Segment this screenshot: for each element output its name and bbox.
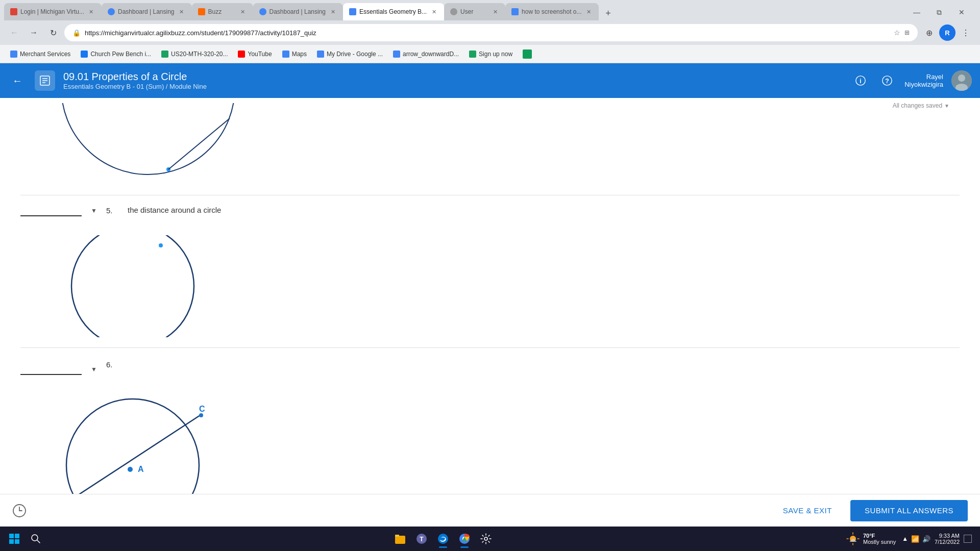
q5-answer-blank[interactable] [20, 204, 82, 216]
svg-line-13 [168, 118, 230, 169]
weather-temp: 70°F [863, 533, 896, 539]
back-nav-button[interactable]: ← [6, 24, 22, 41]
browser-chrome: Login | Michigan Virtu... ✕ Dashboard | … [0, 0, 980, 63]
bookmark-star-icon[interactable]: ☆ [894, 29, 900, 37]
bookmark-drive[interactable]: My Drive - Google ... [313, 47, 387, 61]
svg-rect-27 [15, 534, 19, 538]
reload-button[interactable]: ↻ [45, 24, 61, 41]
tab-label-3: Buzz [208, 8, 236, 15]
close-button[interactable]: ✕ [951, 4, 972, 20]
start-button[interactable] [4, 529, 24, 549]
windows-taskbar: T [0, 527, 980, 551]
taskbar-search-button[interactable] [27, 530, 45, 548]
taskbar-right: ▲ 📶 🔊 9:33 AM 7/12/2022 [902, 533, 976, 545]
weather-widget: 70°F Mostly sunny [842, 532, 900, 546]
svg-point-36 [438, 534, 448, 544]
reading-mode-icon[interactable]: ⊞ [904, 29, 910, 36]
bookmark-signup[interactable]: Sign up now [465, 47, 517, 61]
bookmark-label-arrow: arrow_downwardD... [403, 51, 459, 58]
changes-saved-text: All changes saved [893, 102, 942, 109]
tab-close-7[interactable]: ✕ [584, 8, 593, 16]
bookmark-church[interactable]: Church Pew Bench i... [77, 47, 155, 61]
tab-close-6[interactable]: ✕ [491, 8, 499, 16]
tab-favicon-4 [259, 8, 266, 15]
taskbar-settings[interactable] [476, 529, 496, 549]
tab-label-7: how to screenshot o... [522, 8, 581, 15]
tab-dashboard2[interactable]: Dashboard | Lansing ✕ [253, 3, 344, 20]
tab-close-5[interactable]: ✕ [430, 8, 438, 16]
bookmark-maps[interactable]: Maps [278, 47, 311, 61]
help-button[interactable]: ? [878, 71, 896, 90]
restore-button[interactable]: ⧉ [929, 4, 949, 20]
svg-rect-28 [9, 539, 14, 544]
bookmark-green[interactable] [519, 47, 536, 61]
forward-nav-button[interactable]: → [26, 24, 42, 41]
info-button[interactable]: i [851, 71, 870, 90]
save-exit-button[interactable]: SAVE & EXIT [771, 500, 844, 521]
weather-icon [846, 532, 860, 546]
tab-close-4[interactable]: ✕ [329, 8, 337, 16]
taskbar-edge-browser[interactable] [433, 529, 453, 549]
bookmark-arrow[interactable]: arrow_downwardD... [389, 47, 463, 61]
taskbar-file-explorer[interactable] [390, 529, 410, 549]
q6-dropdown-arrow[interactable]: ▼ [88, 363, 100, 375]
extensions-icon[interactable]: ⊕ [921, 24, 937, 41]
svg-point-17 [128, 467, 133, 472]
content-area[interactable]: All changes saved ▼ ▼ 5. the [0, 98, 980, 494]
tab-close-2[interactable]: ✕ [178, 8, 186, 16]
q5-controls: ▼ [20, 204, 100, 217]
tab-screenshot[interactable]: how to screenshot o... ✕ [505, 3, 599, 20]
bookmark-us20[interactable]: US20-MTH-320-20... [157, 47, 232, 61]
bookmark-label-us20: US20-MTH-320-20... [171, 51, 228, 58]
taskbar-time: 9:33 AM [935, 533, 960, 539]
tab-close-3[interactable]: ✕ [239, 8, 247, 16]
q5-partial-diagram [51, 103, 245, 190]
svg-rect-26 [9, 534, 14, 538]
q6-answer-blank[interactable] [20, 363, 82, 375]
taskbar-chat-app[interactable]: T [411, 529, 432, 549]
q5-circle-svg [51, 235, 214, 337]
question-6-row: ▼ 6. [20, 352, 960, 384]
svg-text:?: ? [885, 77, 889, 85]
user-avatar[interactable] [951, 70, 972, 91]
volume-icon[interactable]: 🔊 [922, 535, 930, 543]
tab-user[interactable]: User ✕ [444, 3, 505, 20]
svg-point-16 [66, 399, 199, 494]
profile-icon[interactable]: R [939, 24, 955, 41]
header-activity-icon [35, 70, 55, 91]
tab-favicon-7 [511, 8, 519, 15]
bookmark-favicon-8 [469, 51, 476, 58]
taskbar-clock[interactable]: 9:33 AM 7/12/2022 [935, 533, 960, 545]
bookmark-merchant[interactable]: Merchant Services [6, 47, 75, 61]
bookmark-favicon-5 [282, 51, 289, 58]
user-info: Rayel Niyokwizigira [904, 73, 943, 88]
bookmark-youtube[interactable]: YouTube [234, 47, 276, 61]
tab-dashboard1[interactable]: Dashboard | Lansing ✕ [102, 3, 192, 20]
minimize-button[interactable]: — [906, 4, 927, 20]
svg-line-31 [37, 540, 40, 543]
header-back-button[interactable]: ← [8, 71, 27, 90]
q5-number: 5. [106, 206, 121, 215]
submit-all-button[interactable]: SUBMIT ALL ANSWERS [850, 500, 968, 521]
svg-rect-33 [395, 535, 399, 537]
notification-icon[interactable] [964, 535, 972, 543]
q6-circle-svg: A C B [51, 389, 214, 494]
svg-point-15 [159, 243, 163, 247]
new-tab-button[interactable]: + [601, 6, 615, 20]
tab-geometry-active[interactable]: Essentials Geometry B... ✕ [343, 3, 444, 20]
q5-dropdown-arrow[interactable]: ▼ [88, 205, 100, 217]
bookmark-favicon-4 [238, 51, 245, 58]
user-name-line2: Niyokwizigira [904, 81, 943, 88]
address-bar[interactable]: 🔒 https://michiganvirtualcr.agilixbuzz.c… [64, 24, 918, 41]
bottom-right-actions: SAVE & EXIT SUBMIT ALL ANSWERS [771, 500, 968, 521]
chevron-up-icon[interactable]: ▲ [902, 535, 908, 542]
section-divider-2 [20, 347, 960, 348]
taskbar-chrome[interactable] [454, 529, 475, 549]
svg-point-14 [71, 235, 194, 337]
header-title-area: 09.01 Properties of a Circle Essentials … [63, 71, 843, 90]
tab-close-1[interactable]: ✕ [87, 8, 95, 16]
tab-login[interactable]: Login | Michigan Virtu... ✕ [4, 3, 102, 20]
network-icon[interactable]: 📶 [911, 535, 919, 543]
more-options-icon[interactable]: ⋮ [958, 24, 974, 41]
tab-buzz[interactable]: Buzz ✕ [192, 3, 253, 20]
